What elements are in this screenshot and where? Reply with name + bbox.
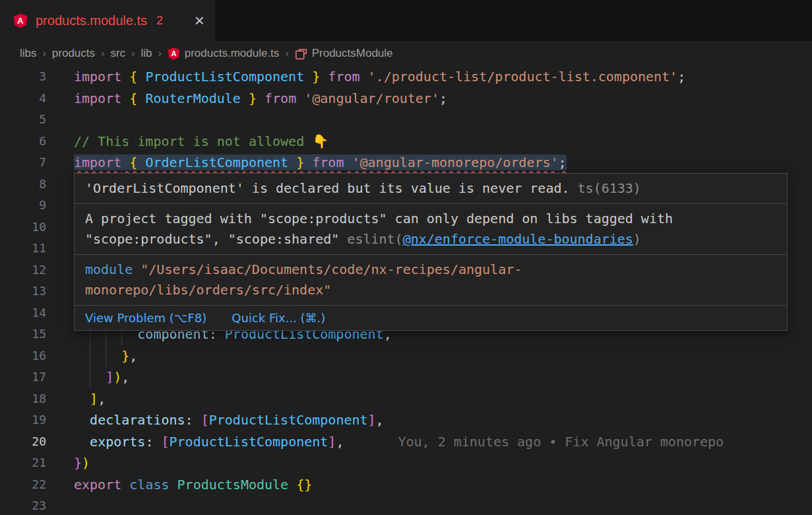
tab-problems-badge: 2 xyxy=(156,14,163,28)
breadcrumb-label: libs xyxy=(20,47,37,60)
line-number: 20 xyxy=(0,431,46,453)
angular-icon: A xyxy=(168,47,180,60)
breadcrumb: libs›products›src›lib›Aproducts.module.t… xyxy=(0,41,812,66)
breadcrumb-item-products-module-ts[interactable]: Aproducts.module.ts xyxy=(168,47,280,60)
module-path-line1: "/Users/isaac/Documents/code/nx-recipes/… xyxy=(133,261,522,277)
chevron-right-icon: › xyxy=(285,48,288,59)
eslint-message-line1: A project tagged with "scope:products" c… xyxy=(85,209,776,229)
code-line-4[interactable]: 4import { RouterModule } from '@angular/… xyxy=(0,88,812,110)
line-number: 4 xyxy=(0,88,46,110)
code-line-3[interactable]: 3import { ProductListComponent } from '.… xyxy=(0,66,812,88)
line-number: 12 xyxy=(0,259,46,281)
line-content[interactable]: }, xyxy=(46,345,137,367)
eslint-message-line2: "scope:products", "scope:shared" eslint(… xyxy=(85,229,776,250)
git-blame-annotation: You, 2 minutes ago • Fix Angular monorep… xyxy=(398,434,724,450)
line-content[interactable] xyxy=(46,281,74,302)
eslint-rule-link[interactable]: @nx/enforce-module-boundaries xyxy=(403,231,633,247)
code-line-17[interactable]: 17 ]), xyxy=(0,366,812,388)
code-line-23[interactable]: 23 xyxy=(0,495,812,515)
line-number: 7 xyxy=(0,152,46,174)
line-content[interactable]: import { RouterModule } from '@angular/r… xyxy=(46,88,447,110)
line-content[interactable]: import { ProductListComponent } from './… xyxy=(46,66,685,88)
code-line-6[interactable]: 6// This import is not allowed 👇 xyxy=(0,131,812,153)
line-content[interactable] xyxy=(46,217,74,238)
line-number: 5 xyxy=(0,109,46,131)
line-content[interactable]: ], xyxy=(46,388,106,410)
angular-icon: A xyxy=(13,13,28,28)
code-line-16[interactable]: 16 }, xyxy=(0,345,812,367)
code-line-18[interactable]: 18 ], xyxy=(0,388,812,410)
line-content[interactable]: ]), xyxy=(46,366,129,388)
breadcrumb-label: products xyxy=(52,47,95,60)
line-content[interactable] xyxy=(46,195,74,217)
line-content[interactable]: // This import is not allowed 👇 xyxy=(46,131,328,153)
module-info-line1: module "/Users/isaac/Documents/code/nx-r… xyxy=(85,259,776,280)
code-line-20[interactable]: 20 exports: [ProductListComponent],You, … xyxy=(0,431,812,453)
line-content[interactable]: exports: [ProductListComponent],You, 2 m… xyxy=(46,431,724,453)
line-number: 14 xyxy=(0,302,46,324)
line-number: 21 xyxy=(0,452,46,474)
line-number: 22 xyxy=(0,474,46,496)
hover-module-info: module "/Users/isaac/Documents/code/nx-r… xyxy=(75,255,787,306)
module-info-line2: monorepo/libs/orders/src/index" xyxy=(85,280,776,300)
indent-guide xyxy=(90,324,90,388)
error-highlighted-statement[interactable]: import { OrderListComponent } from '@ang… xyxy=(74,154,567,170)
code-line-19[interactable]: 19 declarations: [ProductListComponent], xyxy=(0,409,812,431)
line-number: 18 xyxy=(0,388,46,410)
line-number: 23 xyxy=(0,495,46,515)
line-content[interactable] xyxy=(46,174,74,195)
chevron-right-icon: › xyxy=(101,48,104,59)
editor-tab-bar: A products.module.ts 2 × xyxy=(0,0,812,41)
code-line-7[interactable]: 7import { OrderListComponent } from '@an… xyxy=(0,152,812,174)
breadcrumb-label: src xyxy=(110,47,125,60)
line-number: 8 xyxy=(0,174,46,195)
line-content[interactable]: }) xyxy=(46,452,90,474)
line-content[interactable] xyxy=(46,109,74,131)
ts-diagnostic-code: ts(6133) xyxy=(578,180,641,196)
breadcrumb-item-src[interactable]: src xyxy=(110,47,125,60)
line-number: 17 xyxy=(0,366,46,388)
code-editor[interactable]: 3import { ProductListComponent } from '.… xyxy=(0,66,812,515)
breadcrumb-item-products[interactable]: products xyxy=(52,47,95,60)
chevron-right-icon: › xyxy=(158,48,161,59)
code-line-22[interactable]: 22export class ProductsModule {} xyxy=(0,474,812,496)
line-content[interactable]: export class ProductsModule {} xyxy=(46,474,312,496)
svg-text:A: A xyxy=(171,50,176,57)
line-content[interactable] xyxy=(46,302,74,324)
breadcrumb-label: products.module.ts xyxy=(185,47,280,60)
line-number: 10 xyxy=(0,217,46,238)
line-number: 11 xyxy=(0,238,46,259)
line-content[interactable]: import { OrderListComponent } from '@ang… xyxy=(46,152,567,174)
line-content[interactable] xyxy=(46,238,74,259)
tab-title: products.module.ts xyxy=(36,13,147,28)
line-content[interactable] xyxy=(46,495,74,515)
hover-eslint-diagnostic: A project tagged with "scope:products" c… xyxy=(75,204,787,255)
line-number: 19 xyxy=(0,409,46,431)
breadcrumb-item-lib[interactable]: lib xyxy=(141,47,152,60)
svg-text:A: A xyxy=(17,16,23,26)
line-content[interactable] xyxy=(46,259,74,281)
chevron-right-icon: › xyxy=(131,48,135,59)
module-keyword: module xyxy=(85,261,133,277)
line-number: 13 xyxy=(0,281,46,302)
line-number: 15 xyxy=(0,324,46,345)
symbol-class-icon xyxy=(295,48,307,60)
tab-products-module-ts[interactable]: A products.module.ts 2 × xyxy=(0,0,215,41)
line-content[interactable]: declarations: [ProductListComponent], xyxy=(46,409,384,431)
breadcrumb-item-productsmodule[interactable]: ProductsModule xyxy=(295,47,393,60)
vscode-window: A products.module.ts 2 × libs›products›s… xyxy=(0,0,812,515)
chevron-right-icon: › xyxy=(43,48,46,59)
line-number: 9 xyxy=(0,195,46,217)
breadcrumb-item-libs[interactable]: libs xyxy=(20,47,37,60)
tab-close-icon[interactable]: × xyxy=(195,12,204,29)
code-line-21[interactable]: 21}) xyxy=(0,452,812,474)
code-line-5[interactable]: 5 xyxy=(0,109,812,131)
eslint-message-line2-text: "scope:products", "scope:shared" xyxy=(85,231,347,247)
module-path-line2: monorepo/libs/orders/src/index" xyxy=(85,282,331,298)
breadcrumb-label: lib xyxy=(141,47,152,60)
ts-diagnostic-message: 'OrderListComponent' is declared but its… xyxy=(85,180,570,196)
view-problem-action[interactable]: View Problem (⌥F8) xyxy=(85,311,206,325)
hover-status-bar: View Problem (⌥F8) Quick Fix... (⌘.) xyxy=(75,306,787,330)
quick-fix-action[interactable]: Quick Fix... (⌘.) xyxy=(232,311,325,325)
breadcrumb-label: ProductsModule xyxy=(312,47,393,60)
